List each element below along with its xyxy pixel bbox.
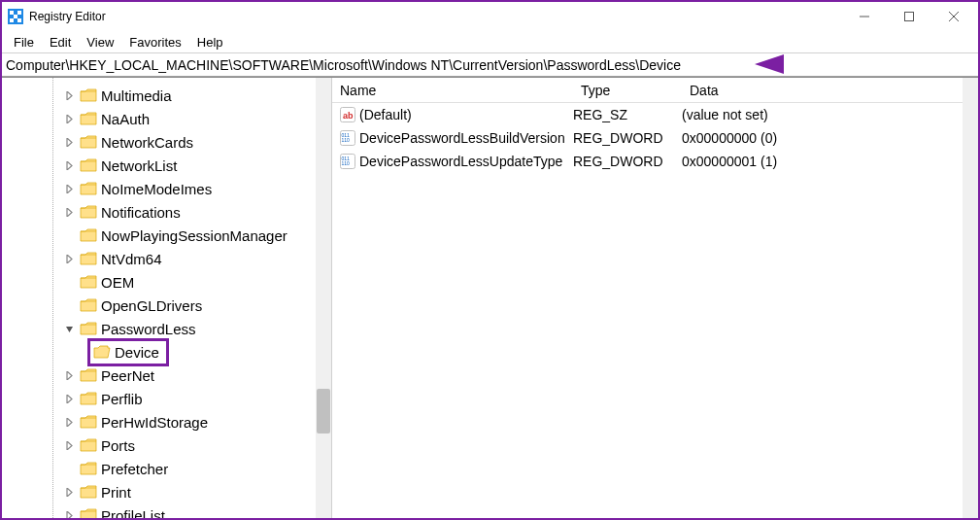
menu-help[interactable]: Help <box>189 33 231 52</box>
main-content: MultimediaNaAuthNetworkCardsNetworkListN… <box>2 77 978 518</box>
tree-scrollbar-track[interactable] <box>316 78 331 518</box>
folder-icon <box>80 415 97 429</box>
tree-node-label: PasswordLess <box>101 321 196 337</box>
chevron-right-icon[interactable] <box>62 395 76 403</box>
address-bar[interactable]: Computer\HKEY_LOCAL_MACHINE\SOFTWARE\Mic… <box>2 52 978 77</box>
tree-node-networklist[interactable]: NetworkList <box>21 154 331 177</box>
tree-node-label: OEM <box>101 274 134 291</box>
folder-icon <box>80 485 97 499</box>
tree-node-label: Notifications <box>101 204 181 221</box>
chevron-right-icon[interactable] <box>62 371 76 380</box>
value-data: 0x00000001 (1) <box>682 154 978 169</box>
string-value-icon <box>340 107 355 122</box>
value-name: DevicePasswordLessBuildVersion <box>359 130 565 146</box>
address-path: Computer\HKEY_LOCAL_MACHINE\SOFTWARE\Mic… <box>6 57 681 73</box>
window-title: Registry Editor <box>29 10 842 23</box>
chevron-right-icon[interactable] <box>62 488 76 497</box>
chevron-right-icon[interactable] <box>62 91 76 100</box>
col-type[interactable]: Type <box>573 83 682 98</box>
app-icon <box>8 9 23 24</box>
chevron-down-icon[interactable] <box>62 325 76 333</box>
values-header: Name Type Data <box>332 78 978 103</box>
value-data: (value not set) <box>682 107 978 122</box>
folder-icon <box>80 112 97 125</box>
value-type: REG_SZ <box>573 107 682 122</box>
binary-value-icon <box>340 130 355 146</box>
close-button[interactable] <box>931 3 976 30</box>
folder-icon <box>80 275 97 289</box>
folder-icon <box>80 322 97 335</box>
folder-icon <box>80 205 97 219</box>
tree-node-label: Prefetcher <box>101 461 168 477</box>
menu-view[interactable]: View <box>79 33 121 52</box>
tree-view[interactable]: MultimediaNaAuthNetworkCardsNetworkListN… <box>2 78 332 518</box>
chevron-right-icon[interactable] <box>62 185 76 193</box>
maximize-button[interactable] <box>887 3 931 30</box>
menu-edit[interactable]: Edit <box>42 33 79 52</box>
tree-node-perflib[interactable]: Perflib <box>21 387 331 410</box>
values-scrollbar-track[interactable] <box>963 78 978 518</box>
col-name[interactable]: Name <box>332 83 573 98</box>
folder-open-icon <box>93 345 111 359</box>
chevron-right-icon[interactable] <box>62 138 76 147</box>
value-name: DevicePasswordLessUpdateType <box>359 154 562 169</box>
tree-node-prefetcher[interactable]: Prefetcher <box>21 457 331 480</box>
tree-node-peernet[interactable]: PeerNet <box>21 364 331 387</box>
folder-icon <box>80 368 97 382</box>
tree-node-profilelist[interactable]: ProfileList <box>21 503 331 518</box>
folder-icon <box>80 438 97 452</box>
value-name: (Default) <box>359 107 412 122</box>
minimize-button[interactable] <box>842 3 887 30</box>
folder-icon <box>80 158 97 172</box>
tree-node-label: PeerNet <box>101 367 154 384</box>
tree-node-oem[interactable]: OEM <box>21 270 331 294</box>
tree-node-label: OpenGLDrivers <box>101 297 202 314</box>
value-row[interactable]: DevicePasswordLessBuildVersionREG_DWORD0… <box>332 126 978 150</box>
tree-node-label: NaAuth <box>101 111 150 127</box>
tree-node-label: Perflib <box>101 391 143 407</box>
tree-node-label: PerHwIdStorage <box>101 414 208 431</box>
tree-node-label: NetworkList <box>101 157 177 174</box>
tree-node-label: Ports <box>101 437 135 454</box>
tree-node-device[interactable]: Device <box>21 340 331 364</box>
tree-node-ntvdm64[interactable]: NtVdm64 <box>21 247 331 270</box>
value-row[interactable]: DevicePasswordLessUpdateTypeREG_DWORD0x0… <box>332 150 978 173</box>
tree-node-notifications[interactable]: Notifications <box>21 200 331 224</box>
tree-node-label: NtVdm64 <box>101 251 162 267</box>
value-type: REG_DWORD <box>573 130 682 146</box>
value-row[interactable]: (Default)REG_SZ(value not set) <box>332 103 978 126</box>
tree-node-opengldrivers[interactable]: OpenGLDrivers <box>21 294 331 317</box>
col-data[interactable]: Data <box>682 83 978 98</box>
menu-file[interactable]: File <box>6 33 42 52</box>
value-type: REG_DWORD <box>573 154 682 169</box>
tree-node-noimemodeimes[interactable]: NoImeModeImes <box>21 177 331 200</box>
chevron-right-icon[interactable] <box>62 255 76 263</box>
folder-icon <box>80 298 97 312</box>
chevron-right-icon[interactable] <box>62 441 76 450</box>
tree-node-networkcards[interactable]: NetworkCards <box>21 130 331 154</box>
tree-scrollbar-thumb[interactable] <box>317 389 330 433</box>
tree-node-multimedia[interactable]: Multimedia <box>21 84 331 107</box>
title-bar: Registry Editor <box>2 2 978 31</box>
folder-icon <box>80 252 97 265</box>
folder-icon <box>80 228 97 242</box>
tree-node-ports[interactable]: Ports <box>21 433 331 457</box>
folder-icon <box>80 508 97 518</box>
tree-node-perhwidstorage[interactable]: PerHwIdStorage <box>21 410 331 433</box>
chevron-right-icon[interactable] <box>62 511 76 519</box>
folder-icon <box>80 135 97 149</box>
tree-node-print[interactable]: Print <box>21 480 331 503</box>
tree-node-label: NoImeModeImes <box>101 181 212 197</box>
chevron-right-icon[interactable] <box>62 161 76 170</box>
menu-favorites[interactable]: Favorites <box>121 33 188 52</box>
chevron-right-icon[interactable] <box>62 208 76 217</box>
chevron-right-icon[interactable] <box>62 115 76 123</box>
binary-value-icon <box>340 154 355 169</box>
tree-node-naauth[interactable]: NaAuth <box>21 107 331 130</box>
folder-icon <box>80 88 97 102</box>
tree-node-passwordless[interactable]: PasswordLess <box>21 317 331 340</box>
tree-node-label: Multimedia <box>101 87 172 104</box>
values-list[interactable]: Name Type Data (Default)REG_SZ(value not… <box>332 78 978 518</box>
chevron-right-icon[interactable] <box>62 418 76 427</box>
tree-node-nowplayingsessionmanager[interactable]: NowPlayingSessionManager <box>21 224 331 247</box>
